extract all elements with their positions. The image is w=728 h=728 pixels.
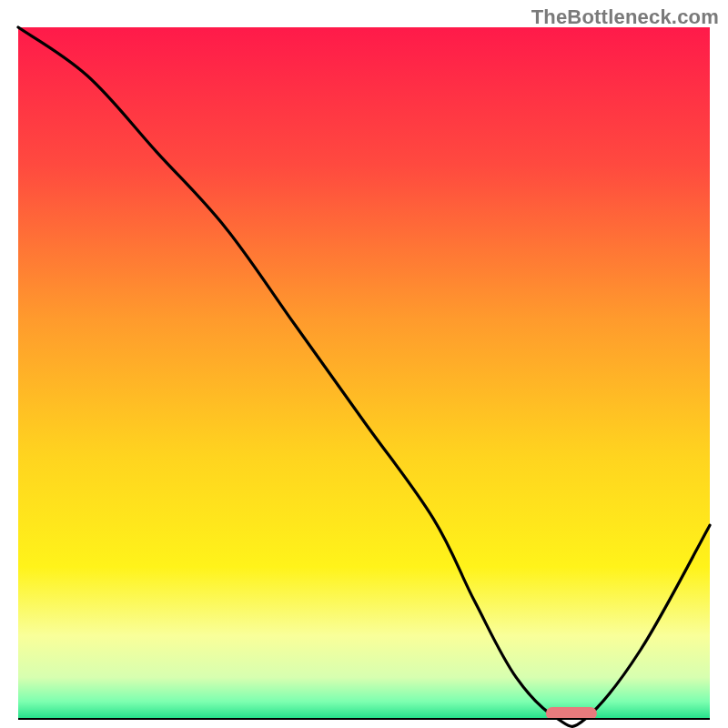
x-axis-line [18, 718, 710, 720]
plot-area [18, 27, 710, 719]
data-curve [18, 27, 710, 719]
chart-wrapper: TheBottleneck.com [0, 0, 728, 728]
attribution-label: TheBottleneck.com [531, 5, 719, 29]
